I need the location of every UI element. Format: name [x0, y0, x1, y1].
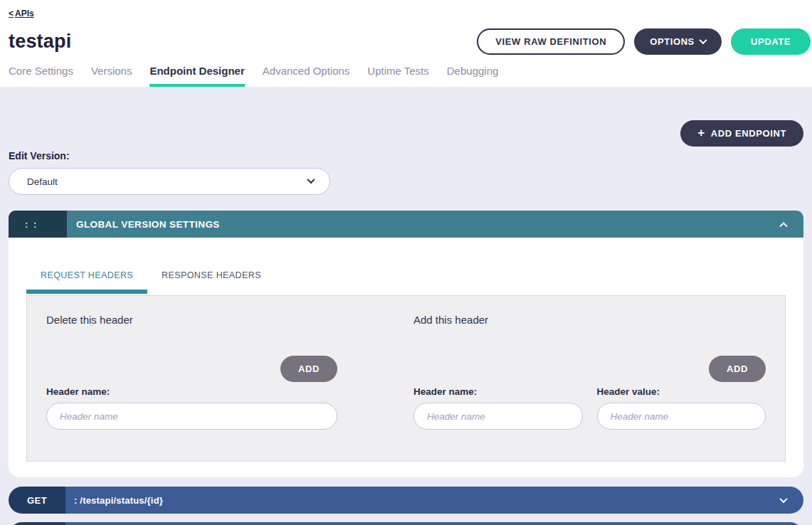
options-dropdown-button[interactable]: OPTIONS	[634, 28, 722, 55]
expand-control[interactable]	[781, 487, 803, 514]
global-version-settings-body: REQUEST HEADERS RESPONSE HEADERS Delete …	[9, 238, 803, 477]
add-header-title: Add this header	[413, 314, 766, 326]
version-select-value: Default	[27, 176, 58, 187]
chevron-left-icon: <	[9, 9, 14, 18]
version-select[interactable]: Default	[9, 168, 330, 195]
edit-version-label: Edit Version:	[9, 150, 803, 161]
add-header-value-input[interactable]	[597, 403, 766, 430]
delete-header-name-input[interactable]	[46, 403, 337, 430]
tab-endpoint-designer[interactable]: Endpoint Designer	[149, 65, 244, 87]
tab-uptime-tests[interactable]: Uptime Tests	[367, 65, 428, 87]
page-title: testapi	[9, 31, 71, 53]
update-button[interactable]: UPDATE	[731, 28, 811, 55]
breadcrumb-apis-link[interactable]: <APIs	[9, 9, 34, 18]
chevron-up-icon	[779, 222, 787, 230]
expand-control[interactable]	[781, 522, 803, 525]
drag-dots-icon: : :	[25, 219, 38, 230]
add-header-name-label: Header name:	[413, 386, 583, 397]
tab-advanced-options[interactable]: Advanced Options	[263, 65, 350, 87]
tab-versions[interactable]: Versions	[91, 65, 132, 87]
tab-response-headers[interactable]: RESPONSE HEADERS	[147, 270, 275, 294]
delete-header-section: Delete this header ADD Header name:	[46, 314, 337, 461]
endpoint-method-badge: GET	[9, 522, 65, 525]
tab-core-settings[interactable]: Core Settings	[9, 65, 73, 87]
api-designer-page: <APIs testapi VIEW RAW DEFINITION OPTION…	[0, 0, 812, 525]
page-header: <APIs testapi VIEW RAW DEFINITION OPTION…	[0, 0, 812, 87]
add-header-fields: Header name: Header value:	[413, 382, 766, 430]
delete-header-title: Delete this header	[46, 314, 337, 326]
plus-icon: +	[697, 127, 705, 139]
add-endpoint-row: + ADD ENDPOINT	[9, 87, 803, 147]
options-button-label: OPTIONS	[650, 36, 695, 47]
add-header-value-field: Header value:	[597, 382, 766, 430]
collapse-control[interactable]	[781, 211, 803, 238]
tab-request-headers[interactable]: REQUEST HEADERS	[26, 270, 147, 294]
view-raw-definition-button[interactable]: VIEW RAW DEFINITION	[477, 28, 625, 55]
global-version-settings-header[interactable]: : : GLOBAL VERSION SETTINGS	[9, 211, 803, 238]
delete-header-add-button[interactable]: ADD	[280, 356, 337, 382]
endpoint-row-status[interactable]: GET : /testapi/status/{id}	[9, 487, 803, 514]
endpoint-path: : /testapi/status/{id}	[65, 487, 781, 514]
breadcrumb-label: APIs	[15, 9, 34, 18]
chevron-down-icon	[699, 36, 707, 44]
request-headers-panel: Delete this header ADD Header name: Add …	[26, 295, 786, 462]
delete-header-add-row: ADD	[46, 356, 337, 382]
column-spacer	[337, 314, 413, 461]
tab-debugging[interactable]: Debugging	[447, 65, 499, 87]
chevron-down-icon	[307, 176, 315, 184]
main-tab-bar: Core Settings Versions Endpoint Designer…	[0, 65, 812, 87]
header-actions: VIEW RAW DEFINITION OPTIONS UPDATE	[477, 28, 812, 55]
title-row: testapi VIEW RAW DEFINITION OPTIONS UPDA…	[0, 25, 812, 58]
global-version-settings-title: GLOBAL VERSION SETTINGS	[67, 211, 781, 238]
delete-header-name-label: Header name:	[46, 386, 337, 397]
drag-handle[interactable]: : :	[9, 211, 67, 238]
add-header-section: Add this header ADD Header name: Header …	[413, 314, 766, 461]
edit-version-group: Edit Version: Default	[9, 150, 803, 195]
endpoint-row-json[interactable]: GET : /testapi/json	[9, 522, 803, 525]
add-endpoint-button[interactable]: + ADD ENDPOINT	[680, 120, 803, 147]
endpoint-method-badge: GET	[9, 487, 65, 514]
headers-tab-bar: REQUEST HEADERS RESPONSE HEADERS	[26, 270, 786, 294]
endpoint-designer-panel: + ADD ENDPOINT Edit Version: Default : :…	[0, 87, 812, 525]
global-version-settings-accordion: : : GLOBAL VERSION SETTINGS REQUEST HEAD…	[9, 211, 803, 477]
add-header-value-label: Header value:	[597, 386, 766, 397]
add-header-add-button[interactable]: ADD	[709, 356, 766, 382]
endpoint-path: : /testapi/json	[65, 522, 781, 525]
add-header-add-row: ADD	[413, 356, 766, 382]
chevron-down-icon	[779, 495, 787, 503]
add-header-name-field: Header name:	[413, 382, 583, 430]
add-endpoint-label: ADD ENDPOINT	[711, 128, 786, 139]
add-header-name-input[interactable]	[413, 403, 583, 430]
